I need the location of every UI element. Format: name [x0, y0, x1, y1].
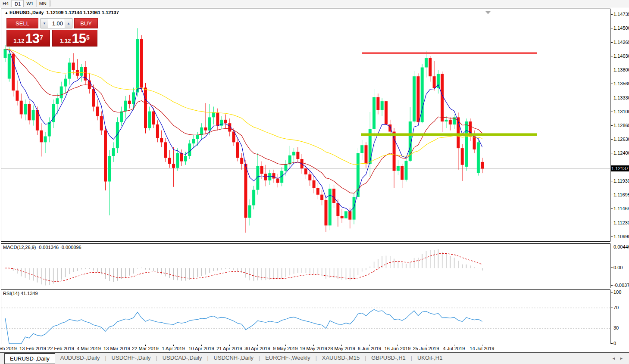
chart-symbol-label: EURUSD-,Daily	[9, 10, 44, 15]
price-tick-label: 1.13330	[613, 95, 629, 100]
macd-signal-line	[5, 253, 482, 281]
rsi-canvas[interactable]	[1, 290, 610, 344]
buy-price-big: 15	[72, 32, 86, 45]
tab-eurchf-weekly[interactable]: EURCHF-,Weekly	[260, 353, 316, 363]
sell-price-pip: 7	[40, 30, 43, 45]
current-price-tag: 1.12137	[611, 165, 629, 171]
ohlc-low: 1.12061	[83, 10, 100, 15]
date-tick-label: 21 Apr 2019	[216, 346, 242, 351]
axis-tick-mark	[611, 236, 613, 237]
rsi-tick-label: 30	[613, 325, 619, 330]
price-tick-label: 1.11465	[613, 206, 629, 211]
tab-eurusd-daily[interactable]: EURUSD-,Daily	[4, 353, 55, 364]
axis-tick-mark	[611, 56, 613, 56]
buy-button[interactable]: BUY	[74, 18, 98, 28]
time-axis[interactable]: 4 Feb 201913 Feb 201922 Feb 20194 Mar 20…	[1, 345, 610, 352]
buy-price-pip: 5	[86, 30, 90, 45]
rsi-tick-label: 0	[613, 341, 616, 346]
price-tick-label: 1.11695	[613, 192, 629, 197]
tab-usdcad-daily[interactable]: USDCAD-,Daily	[157, 353, 207, 363]
buy-quote-box[interactable]: 1.12 15 5	[52, 30, 97, 47]
macd-value-main: -0.001346	[37, 245, 59, 250]
timeframe-toolbar: H4D1W1MN	[0, 0, 629, 7]
axis-tick-mark	[611, 328, 613, 328]
price-chart-panel: ▲EURUSD-,Daily 1.12109 1.12144 1.12061 1…	[1, 9, 610, 242]
axis-tick-mark	[611, 247, 613, 247]
price-tick-label: 1.11230	[613, 220, 629, 225]
ohlc-high: 1.12144	[65, 10, 82, 15]
price-tick-label: 1.12400	[613, 150, 629, 156]
rsi-line	[5, 309, 482, 344]
date-tick-label: 28 May 2019	[328, 346, 355, 351]
sell-button[interactable]: SELL	[6, 18, 38, 28]
date-tick-label: 1 Apr 2019	[162, 346, 185, 351]
volume-decrease-icon[interactable]: ▼	[41, 19, 48, 28]
price-tick-label: 1.14030	[613, 53, 629, 59]
sell-quote-box[interactable]: 1.12 13 7	[6, 30, 50, 47]
price-tick-label: 1.12865	[613, 123, 629, 128]
axis-tick-mark	[611, 98, 613, 98]
tab-ukoil-h1[interactable]: UKOil-,H1	[412, 353, 448, 363]
axis-tick-mark	[611, 343, 613, 344]
price-tick-label: 1.11930	[613, 178, 629, 184]
tab-usdcnh-daily[interactable]: USDCNH-,Daily	[209, 353, 259, 363]
date-tick-label: 6 Jun 2019	[358, 346, 381, 351]
axis-tick-mark	[611, 153, 613, 153]
rsi-tick-label: 70	[613, 305, 619, 310]
ohlc-open: 1.12109	[47, 10, 64, 15]
tab-gbpusd-h1[interactable]: GBPUSD-,H1	[366, 353, 410, 363]
volume-increase-icon[interactable]: ▲	[65, 19, 72, 28]
date-tick-label: 30 Apr 2019	[244, 346, 270, 351]
volume-stepper: ▼ ▲	[41, 18, 72, 28]
macd-tick-label: 0.00	[613, 265, 623, 270]
timeframe-button-mn[interactable]: MN	[37, 0, 50, 7]
axis-tick-mark	[611, 208, 613, 209]
timeframe-button-h4[interactable]: H4	[0, 0, 12, 7]
date-tick-label: 4 Feb 2019	[0, 346, 17, 351]
axis-tick-mark	[611, 112, 613, 112]
axis-tick-mark	[611, 139, 613, 140]
axis-tick-mark	[611, 181, 613, 181]
axis-tick-mark	[611, 268, 613, 268]
date-tick-label: 9 May 2019	[273, 346, 297, 351]
price-tick-label: 1.13800	[613, 67, 629, 72]
axis-tick-mark	[611, 28, 613, 28]
date-tick-label: 19 May 2019	[300, 346, 327, 351]
tab-audusd-daily[interactable]: AUDUSD-,Daily	[55, 353, 105, 363]
axis-tick-mark	[611, 292, 613, 292]
tab-usdchf-daily[interactable]: USDCHF-,Daily	[106, 353, 156, 363]
timeframe-button-d1[interactable]: D1	[12, 0, 24, 7]
macd-histogram	[5, 249, 482, 286]
axis-tick-mark	[611, 42, 613, 43]
macd-indicator-panel: MACD(12,26,9) -0.001346 -0.000896	[1, 243, 610, 288]
macd-label: MACD(12,26,9) -0.001346 -0.000896	[3, 245, 81, 250]
collapse-quote-icon[interactable]: ▲	[5, 11, 8, 15]
date-tick-label: 16 Jun 2019	[385, 346, 411, 351]
date-tick-label: 22 Mar 2019	[132, 346, 159, 351]
date-tick-label: 13 Mar 2019	[103, 346, 130, 351]
macd-canvas[interactable]	[1, 244, 610, 288]
axis-tick-mark	[611, 14, 613, 15]
date-tick-label: 14 Jul 2019	[470, 346, 494, 351]
tab-scroll-right-icon[interactable]: ►	[620, 356, 623, 361]
date-tick-label: 4 Jul 2019	[443, 346, 465, 351]
axis-tick-mark	[611, 84, 613, 84]
timeframe-button-w1[interactable]: W1	[24, 0, 37, 7]
volume-input[interactable]	[48, 19, 65, 28]
price-tick-label: 1.14265	[613, 40, 629, 45]
trading-terminal: H4D1W1MN ▲EURUSD-,Daily 1.12109 1.12144 …	[0, 0, 629, 364]
rsi-tick-label: 100	[613, 289, 621, 295]
date-tick-label: 10 Apr 2019	[188, 346, 214, 351]
one-click-trade-panel: SELL ▼ ▲ BUY 1.12 13 7 1.12 15 5	[6, 18, 99, 47]
buy-price-small: 1.12	[60, 37, 71, 45]
price-tick-label: 1.14500	[613, 25, 629, 31]
resistance-line	[362, 52, 537, 54]
ohlc-close: 1.12137	[102, 10, 119, 15]
tab-scroll-left-icon[interactable]: ◄	[612, 356, 616, 361]
chart-title: ▲EURUSD-,Daily 1.12109 1.12144 1.12061 1…	[5, 10, 119, 15]
price-axis[interactable]: 1.147351.145001.142651.140301.138001.135…	[611, 9, 629, 353]
axis-tick-mark	[611, 308, 613, 308]
price-tick-label: 1.13565	[613, 81, 629, 86]
tab-xauusd-m15[interactable]: XAUUSD-,M15	[317, 353, 365, 363]
support-line	[361, 133, 537, 136]
